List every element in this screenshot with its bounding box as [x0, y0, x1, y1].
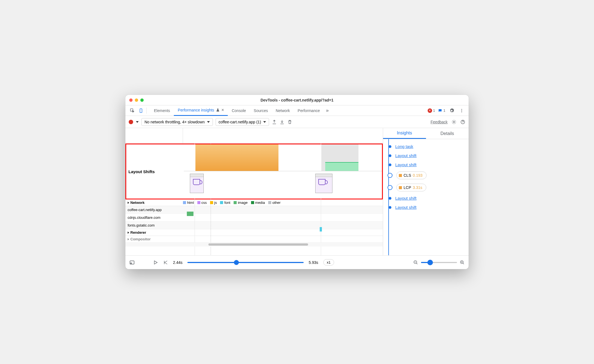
- tab-console[interactable]: Console: [228, 105, 250, 116]
- tab-elements[interactable]: Elements: [150, 105, 174, 116]
- insight-long-task[interactable]: Long task: [395, 144, 413, 149]
- compositor-label: Compositor: [130, 237, 151, 241]
- legend-font: font: [224, 201, 230, 205]
- svg-point-3: [461, 110, 462, 111]
- main-tabbar: Elements Performance insights × Console …: [125, 105, 469, 116]
- import-icon[interactable]: [280, 119, 285, 124]
- tab-network[interactable]: Network: [272, 105, 294, 116]
- insight-item[interactable]: Long task: [385, 142, 465, 151]
- toggle-screenshot-icon[interactable]: [129, 260, 135, 265]
- messages-badge[interactable]: 1: [438, 108, 445, 113]
- insight-item[interactable]: Layout shift: [385, 194, 465, 203]
- renderer-label: Renderer: [130, 230, 146, 235]
- insight-layout-shift[interactable]: Layout shift: [395, 205, 417, 210]
- time-end: 5.93s: [309, 260, 318, 265]
- scrollbar-handle[interactable]: [208, 243, 308, 246]
- content-area: 3,200ms 4,000ms 4,800ms LCP Layout Shift…: [125, 128, 469, 255]
- playback-slider[interactable]: [187, 262, 304, 263]
- tab-insights[interactable]: Insights: [383, 128, 426, 139]
- close-window-button[interactable]: [129, 98, 133, 102]
- insight-layout-shift[interactable]: Layout shift: [395, 196, 417, 201]
- traffic-lights: [129, 98, 144, 102]
- tab-details[interactable]: Details: [426, 128, 469, 139]
- network-row[interactable]: fonts.gstatic.com: [125, 222, 383, 229]
- help-icon[interactable]: [460, 119, 465, 124]
- screenshot-thumbnail[interactable]: [315, 174, 332, 193]
- layout-shift-block[interactable]: [195, 144, 278, 171]
- insight-item[interactable]: Layout shift: [385, 151, 465, 160]
- legend-media: media: [255, 201, 265, 205]
- panel-settings-icon[interactable]: [451, 119, 456, 124]
- network-row[interactable]: cdnjs.cloudflare.com: [125, 214, 383, 222]
- devtools-window: DevTools - coffee-cart.netlify.app/?ad=1…: [125, 95, 469, 269]
- layout-shifts-label: Layout Shifts: [126, 144, 184, 199]
- insight-item[interactable]: Layout shift: [385, 160, 465, 169]
- network-origin: coffee-cart.netlify.app: [125, 207, 183, 213]
- insight-layout-shift[interactable]: Layout shift: [395, 162, 417, 167]
- insights-list[interactable]: Long task Layout shift Layout shift CLS …: [383, 139, 469, 255]
- legend-js: js: [214, 201, 217, 205]
- layout-shifts-row-highlighted: Layout Shifts: [125, 144, 383, 199]
- compositor-section-header[interactable]: Compositor: [125, 236, 383, 243]
- record-options-dropdown[interactable]: [136, 121, 139, 123]
- maximize-window-button[interactable]: [140, 98, 144, 102]
- window-title: DevTools - coffee-cart.netlify.app/?ad=1: [260, 98, 334, 102]
- slider-thumb[interactable]: [234, 260, 239, 265]
- insight-item[interactable]: Layout shift: [385, 203, 465, 212]
- network-label: Network: [130, 201, 144, 205]
- device-toolbar-icon[interactable]: [138, 107, 145, 114]
- time-ruler[interactable]: 3,200ms 4,000ms 4,800ms LCP: [125, 128, 383, 144]
- rewind-icon[interactable]: [163, 260, 168, 265]
- svg-point-2: [461, 109, 462, 110]
- legend-image: image: [238, 201, 247, 205]
- play-icon[interactable]: [153, 260, 158, 265]
- zoom-slider[interactable]: [421, 262, 457, 263]
- throttle-select[interactable]: No network throttling, 4× slowdown: [141, 118, 213, 126]
- chevron-down-icon: [207, 121, 210, 123]
- network-section-header[interactable]: Network html css js font image media oth…: [125, 199, 383, 206]
- minimize-window-button[interactable]: [135, 98, 138, 102]
- cls-label: CLS: [404, 173, 411, 178]
- insight-layout-shift[interactable]: Layout shift: [395, 153, 417, 158]
- insight-cls[interactable]: CLS 0.193: [385, 169, 465, 181]
- recording-label: coffee-cart.netlify.app (1): [219, 120, 261, 124]
- inspect-element-icon[interactable]: [129, 107, 136, 114]
- record-button[interactable]: [129, 120, 133, 124]
- zoom-thumb[interactable]: [427, 260, 433, 265]
- kebab-menu-icon[interactable]: [458, 107, 465, 114]
- titlebar: DevTools - coffee-cart.netlify.app/?ad=1: [125, 95, 469, 105]
- svg-point-4: [461, 111, 462, 112]
- settings-gear-icon[interactable]: [448, 107, 455, 114]
- expand-icon: [128, 232, 129, 234]
- request-bar-image[interactable]: [187, 212, 193, 216]
- insight-lcp[interactable]: LCP 3.31s: [385, 181, 465, 194]
- zoom-in-icon[interactable]: [460, 260, 465, 265]
- cls-chip[interactable]: CLS 0.193: [396, 171, 427, 179]
- tab-performance[interactable]: Performance: [294, 105, 324, 116]
- cls-value: 0.193: [413, 173, 422, 178]
- recording-select[interactable]: coffee-cart.netlify.app (1): [216, 118, 269, 126]
- speed-pill[interactable]: x1: [323, 259, 334, 266]
- layout-shift-block[interactable]: [325, 162, 358, 171]
- renderer-section-header[interactable]: Renderer: [125, 229, 383, 236]
- network-origin: cdnjs.cloudflare.com: [125, 214, 183, 221]
- zoom-out-icon[interactable]: [413, 260, 418, 265]
- feedback-link[interactable]: Feedback: [431, 120, 448, 124]
- close-tab-icon[interactable]: ×: [221, 108, 224, 113]
- layout-shifts-track[interactable]: [184, 144, 382, 199]
- svg-rect-1: [140, 109, 142, 113]
- throttle-label: No network throttling, 4× slowdown: [144, 120, 205, 124]
- export-icon[interactable]: [272, 119, 277, 124]
- tab-sources[interactable]: Sources: [250, 105, 272, 116]
- lcp-label: LCP: [404, 185, 411, 190]
- lcp-chip[interactable]: LCP 3.31s: [396, 184, 426, 191]
- delete-icon[interactable]: [287, 119, 292, 124]
- error-badge[interactable]: ✕ 1: [428, 108, 435, 113]
- screenshot-thumbnail[interactable]: [190, 174, 204, 193]
- svg-point-8: [131, 262, 131, 263]
- tab-performance-insights[interactable]: Performance insights ×: [174, 105, 228, 116]
- cls-swatch: [399, 174, 402, 177]
- network-row[interactable]: coffee-cart.netlify.app: [125, 206, 383, 214]
- horizontal-scrollbar[interactable]: [125, 243, 383, 246]
- more-tabs-icon[interactable]: »: [324, 107, 331, 114]
